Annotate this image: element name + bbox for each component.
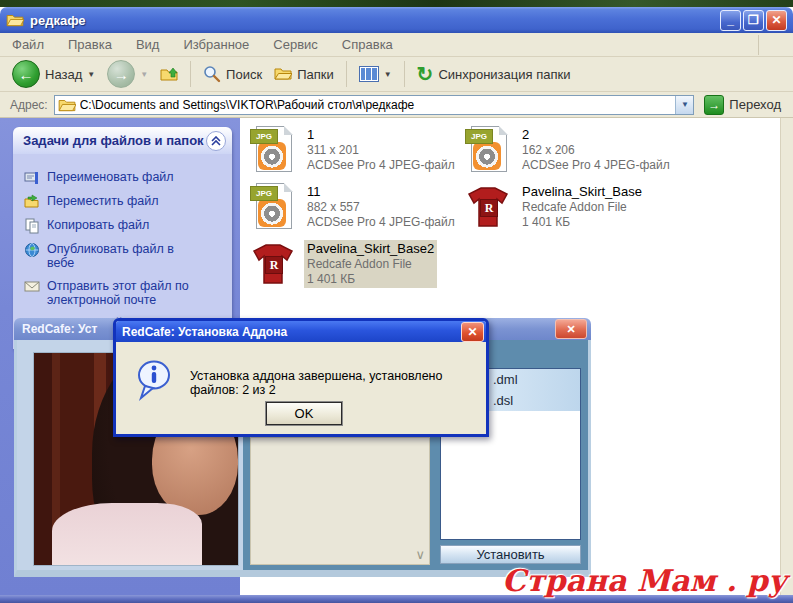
file-type: Redcafe Addon File bbox=[307, 257, 434, 272]
file-name: 2 bbox=[522, 127, 670, 143]
redcafe-close-button[interactable]: ✕ bbox=[555, 319, 587, 339]
sync-icon: ↻ bbox=[417, 65, 434, 83]
install-button[interactable]: Установить bbox=[440, 545, 581, 564]
scroll-down-icon[interactable]: ∨ bbox=[415, 547, 425, 562]
file-item-selected[interactable]: R Pavelina_Skirt_Base2 Redcafe Addon Fil… bbox=[250, 240, 465, 297]
move-icon bbox=[23, 193, 40, 210]
file-type: ACDSee Pro 4 JPEG-файл bbox=[307, 158, 455, 173]
address-path: C:\Documents and Settings\VIKTOR\Рабочий… bbox=[80, 98, 676, 112]
ok-button[interactable]: OK bbox=[266, 402, 342, 425]
file-item[interactable]: JPG 11 882 x 557 ACDSee Pro 4 JPEG-файл bbox=[250, 183, 465, 240]
file-dimensions: 162 x 206 bbox=[522, 143, 670, 158]
jpg-file-icon: JPG bbox=[465, 126, 511, 174]
address-dropdown-icon[interactable]: ▼ bbox=[675, 96, 693, 114]
file-item[interactable]: JPG 1 311 x 201 ACDSee Pro 4 JPEG-файл bbox=[250, 126, 465, 183]
task-copy-file[interactable]: Копировать файл bbox=[23, 217, 224, 234]
address-label: Адрес: bbox=[10, 98, 48, 112]
file-tasks-panel: Задачи для файлов и папок Переименовать … bbox=[13, 127, 232, 349]
file-dimensions: 882 x 557 bbox=[307, 200, 455, 215]
collapse-chevron-icon[interactable] bbox=[206, 131, 226, 151]
forward-button[interactable]: → ▼ bbox=[101, 58, 154, 90]
globe-icon bbox=[23, 241, 40, 258]
menu-help[interactable]: Справка bbox=[330, 34, 405, 55]
address-input[interactable]: C:\Documents and Settings\VIKTOR\Рабочий… bbox=[54, 95, 695, 115]
toolbar-separator bbox=[346, 61, 347, 87]
search-button[interactable]: Поиск bbox=[197, 63, 268, 85]
jpg-file-icon: JPG bbox=[250, 183, 296, 231]
screen: редкафе _ ❐ ✕ Файл Правка Вид Избранное … bbox=[0, 0, 793, 603]
views-icon bbox=[359, 66, 379, 82]
forward-icon: → bbox=[107, 60, 135, 88]
menu-favorites[interactable]: Избранное bbox=[171, 34, 261, 55]
redcafe-preview-panel[interactable]: ∨ bbox=[250, 437, 430, 565]
up-button[interactable] bbox=[154, 63, 184, 85]
dialog-titlebar: RedCafe: Установка Аддона ✕ bbox=[116, 321, 486, 342]
folders-label: Папки bbox=[297, 67, 334, 82]
file-item[interactable]: JPG 2 162 x 206 ACDSee Pro 4 JPEG-файл bbox=[465, 126, 680, 183]
views-dropdown-icon[interactable]: ▼ bbox=[384, 70, 392, 79]
menu-tools[interactable]: Сервис bbox=[261, 34, 330, 55]
file-size: 1 401 КБ bbox=[307, 272, 434, 287]
rename-icon bbox=[23, 169, 40, 186]
addon-install-dialog: RedCafe: Установка Аддона ✕ Установка ад… bbox=[113, 318, 489, 437]
close-button[interactable]: ✕ bbox=[766, 10, 787, 31]
addon-tshirt-icon: R bbox=[465, 183, 511, 231]
views-button[interactable]: ▼ bbox=[353, 64, 398, 84]
task-email-file[interactable]: Отправить этот файл по электронной почте bbox=[23, 278, 224, 308]
copy-icon bbox=[23, 217, 40, 234]
dialog-title: RedCafe: Установка Аддона bbox=[122, 325, 461, 339]
menu-bar: Файл Правка Вид Избранное Сервис Справка bbox=[0, 33, 793, 57]
menu-file[interactable]: Файл bbox=[0, 34, 56, 55]
folder-up-icon bbox=[160, 65, 178, 83]
folder-icon bbox=[6, 11, 24, 29]
sync-button[interactable]: ↻ Синхронизация папки bbox=[411, 63, 577, 85]
toolbar: ← Назад ▼ → ▼ Поиск Пап bbox=[0, 57, 793, 92]
back-icon: ← bbox=[12, 60, 40, 88]
dialog-body: Установка аддона завершена, установлено … bbox=[116, 342, 486, 434]
file-type: ACDSee Pro 4 JPEG-файл bbox=[307, 215, 455, 230]
window-right-edge bbox=[780, 118, 793, 595]
file-name: 1 bbox=[307, 127, 455, 143]
task-rename-file[interactable]: Переименовать файл bbox=[23, 169, 224, 186]
go-button[interactable]: → Переход bbox=[704, 95, 781, 115]
file-name: 11 bbox=[307, 184, 455, 200]
desktop-wallpaper bbox=[0, 0, 793, 7]
back-button[interactable]: ← Назад ▼ bbox=[6, 58, 101, 90]
folders-icon bbox=[274, 65, 292, 83]
file-name: Pavelina_Skirt_Base bbox=[522, 184, 642, 200]
task-move-file[interactable]: Переместить файл bbox=[23, 193, 224, 210]
file-name: Pavelina_Skirt_Base2 bbox=[307, 241, 434, 257]
jpg-file-icon: JPG bbox=[250, 126, 296, 174]
addon-tshirt-icon: R bbox=[250, 240, 296, 288]
file-item[interactable]: R Pavelina_Skirt_Base Redcafe Addon File… bbox=[465, 183, 680, 240]
menu-edit[interactable]: Правка bbox=[56, 34, 124, 55]
dialog-message: Установка аддона завершена, установлено … bbox=[190, 369, 482, 397]
folder-icon bbox=[58, 96, 76, 114]
windows-logo-icon bbox=[765, 36, 783, 54]
back-dropdown-icon[interactable]: ▼ bbox=[87, 70, 95, 79]
file-size: 1 401 КБ bbox=[522, 215, 642, 230]
window-title: редкафе bbox=[30, 13, 720, 28]
minimize-button[interactable]: _ bbox=[720, 10, 741, 31]
forward-dropdown-icon[interactable]: ▼ bbox=[140, 70, 148, 79]
explorer-titlebar: редкафе _ ❐ ✕ bbox=[0, 7, 793, 33]
toolbar-separator bbox=[190, 61, 191, 87]
folders-button[interactable]: Папки bbox=[268, 63, 340, 85]
dialog-close-button[interactable]: ✕ bbox=[461, 322, 484, 342]
search-label: Поиск bbox=[226, 67, 262, 82]
file-type: Redcafe Addon File bbox=[522, 200, 642, 215]
menu-view[interactable]: Вид bbox=[124, 34, 172, 55]
menu-separator bbox=[758, 35, 759, 55]
watermark: Страна Мам . ру bbox=[502, 563, 787, 598]
file-type: ACDSee Pro 4 JPEG-файл bbox=[522, 158, 670, 173]
file-dimensions: 311 x 201 bbox=[307, 143, 455, 158]
back-label: Назад bbox=[45, 67, 82, 82]
task-publish-file-web[interactable]: Опубликовать файл в вебе bbox=[23, 241, 224, 271]
maximize-button[interactable]: ❐ bbox=[743, 10, 764, 31]
go-icon: → bbox=[704, 95, 724, 115]
email-icon bbox=[23, 278, 40, 295]
file-list: JPG 1 311 x 201 ACDSee Pro 4 JPEG-файл J… bbox=[250, 126, 720, 297]
toolbar-separator bbox=[404, 61, 405, 87]
info-icon bbox=[134, 359, 174, 403]
file-tasks-header[interactable]: Задачи для файлов и папок bbox=[13, 127, 232, 154]
